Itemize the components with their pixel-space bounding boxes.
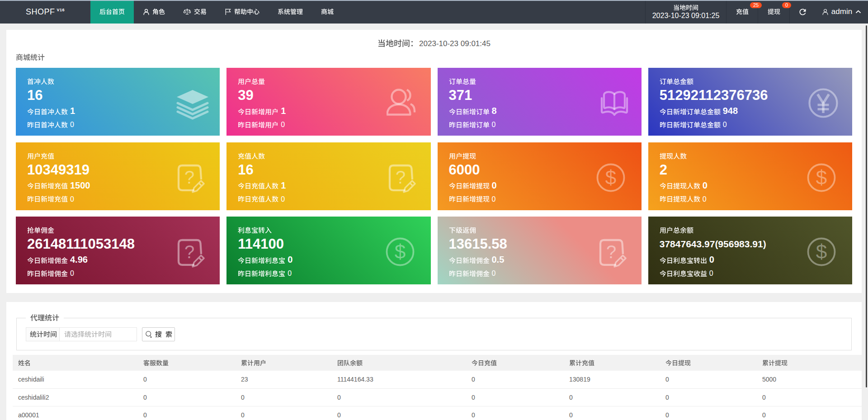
- svg-text:?: ?: [606, 242, 616, 262]
- svg-text:$: $: [394, 241, 405, 263]
- svg-text:$: $: [816, 166, 827, 189]
- svg-text:$: $: [605, 166, 616, 189]
- svg-text:$: $: [816, 241, 827, 263]
- svg-text:?: ?: [184, 167, 194, 187]
- svg-text:?: ?: [184, 242, 194, 262]
- svg-text:?: ?: [395, 167, 405, 187]
